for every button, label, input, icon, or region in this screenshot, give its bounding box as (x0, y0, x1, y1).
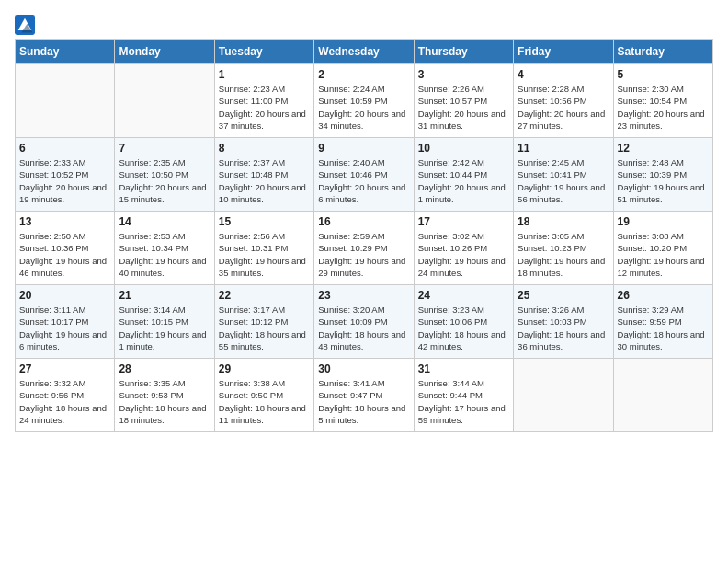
calendar-cell (16, 64, 115, 138)
day-number: 20 (19, 289, 110, 302)
calendar-cell (115, 64, 214, 138)
calendar-header-thursday: Thursday (414, 40, 513, 64)
day-number: 13 (19, 215, 110, 228)
calendar-week-row: 20Sunrise: 3:11 AM Sunset: 10:17 PM Dayl… (16, 285, 713, 359)
calendar-cell: 24Sunrise: 3:23 AM Sunset: 10:06 PM Dayl… (414, 285, 513, 359)
calendar-cell: 11Sunrise: 2:45 AM Sunset: 10:41 PM Dayl… (514, 138, 613, 212)
day-number: 1 (219, 68, 310, 81)
day-info: Sunrise: 3:44 AM Sunset: 9:44 PM Dayligh… (418, 377, 509, 426)
calendar-cell: 10Sunrise: 2:42 AM Sunset: 10:44 PM Dayl… (414, 138, 513, 212)
calendar-cell: 23Sunrise: 3:20 AM Sunset: 10:09 PM Dayl… (314, 285, 414, 359)
calendar-body: 1Sunrise: 2:23 AM Sunset: 11:00 PM Dayli… (16, 64, 713, 432)
day-info: Sunrise: 3:35 AM Sunset: 9:53 PM Dayligh… (119, 377, 210, 426)
header (15, 15, 713, 35)
day-number: 21 (119, 289, 210, 302)
day-info: Sunrise: 2:23 AM Sunset: 11:00 PM Daylig… (219, 83, 310, 132)
day-number: 3 (418, 68, 509, 81)
day-number: 8 (219, 142, 310, 155)
day-info: Sunrise: 3:26 AM Sunset: 10:03 PM Daylig… (518, 304, 609, 352)
calendar-week-row: 13Sunrise: 2:50 AM Sunset: 10:36 PM Dayl… (16, 212, 713, 285)
day-info: Sunrise: 2:48 AM Sunset: 10:39 PM Daylig… (618, 156, 709, 205)
calendar-cell: 7Sunrise: 2:35 AM Sunset: 10:50 PM Dayli… (115, 138, 214, 212)
day-number: 11 (518, 142, 609, 155)
calendar-cell: 1Sunrise: 2:23 AM Sunset: 11:00 PM Dayli… (214, 64, 313, 138)
calendar-week-row: 27Sunrise: 3:32 AM Sunset: 9:56 PM Dayli… (16, 359, 713, 432)
day-number: 12 (618, 142, 709, 155)
calendar-week-row: 6Sunrise: 2:33 AM Sunset: 10:52 PM Dayli… (16, 138, 713, 212)
calendar-cell: 20Sunrise: 3:11 AM Sunset: 10:17 PM Dayl… (16, 285, 115, 359)
day-info: Sunrise: 2:42 AM Sunset: 10:44 PM Daylig… (418, 156, 509, 205)
calendar-cell: 9Sunrise: 2:40 AM Sunset: 10:46 PM Dayli… (314, 138, 414, 212)
day-number: 10 (418, 142, 509, 155)
day-number: 14 (119, 215, 210, 228)
day-info: Sunrise: 2:45 AM Sunset: 10:41 PM Daylig… (518, 156, 609, 205)
day-number: 25 (518, 289, 609, 302)
calendar-cell: 28Sunrise: 3:35 AM Sunset: 9:53 PM Dayli… (115, 359, 214, 432)
calendar-table: SundayMondayTuesdayWednesdayThursdayFrid… (15, 39, 713, 432)
day-info: Sunrise: 2:53 AM Sunset: 10:34 PM Daylig… (119, 230, 210, 279)
day-info: Sunrise: 3:23 AM Sunset: 10:06 PM Daylig… (418, 304, 509, 352)
day-info: Sunrise: 3:11 AM Sunset: 10:17 PM Daylig… (19, 304, 110, 352)
day-info: Sunrise: 2:24 AM Sunset: 10:59 PM Daylig… (318, 83, 409, 132)
calendar-cell: 17Sunrise: 3:02 AM Sunset: 10:26 PM Dayl… (414, 212, 513, 285)
day-info: Sunrise: 2:56 AM Sunset: 10:31 PM Daylig… (219, 230, 310, 279)
day-info: Sunrise: 3:32 AM Sunset: 9:56 PM Dayligh… (19, 377, 110, 426)
day-info: Sunrise: 3:08 AM Sunset: 10:20 PM Daylig… (618, 230, 709, 279)
calendar-week-row: 1Sunrise: 2:23 AM Sunset: 11:00 PM Dayli… (16, 64, 713, 138)
calendar-cell (514, 359, 613, 432)
calendar-cell: 18Sunrise: 3:05 AM Sunset: 10:23 PM Dayl… (514, 212, 613, 285)
day-info: Sunrise: 3:02 AM Sunset: 10:26 PM Daylig… (418, 230, 509, 279)
calendar-cell: 21Sunrise: 3:14 AM Sunset: 10:15 PM Dayl… (115, 285, 214, 359)
day-info: Sunrise: 3:38 AM Sunset: 9:50 PM Dayligh… (219, 377, 310, 426)
day-info: Sunrise: 2:40 AM Sunset: 10:46 PM Daylig… (318, 156, 409, 205)
day-number: 7 (119, 142, 210, 155)
calendar-cell: 14Sunrise: 2:53 AM Sunset: 10:34 PM Dayl… (115, 212, 214, 285)
day-info: Sunrise: 3:14 AM Sunset: 10:15 PM Daylig… (119, 304, 210, 352)
day-number: 18 (518, 215, 609, 228)
calendar-cell: 2Sunrise: 2:24 AM Sunset: 10:59 PM Dayli… (314, 64, 414, 138)
day-number: 22 (219, 289, 310, 302)
day-number: 24 (418, 289, 509, 302)
calendar-header-friday: Friday (514, 40, 613, 64)
calendar-cell: 4Sunrise: 2:28 AM Sunset: 10:56 PM Dayli… (514, 64, 613, 138)
calendar-cell: 31Sunrise: 3:44 AM Sunset: 9:44 PM Dayli… (414, 359, 513, 432)
day-number: 27 (19, 362, 110, 375)
calendar-cell (613, 359, 712, 432)
calendar-header-tuesday: Tuesday (214, 40, 313, 64)
day-info: Sunrise: 2:26 AM Sunset: 10:57 PM Daylig… (418, 83, 509, 132)
day-number: 30 (318, 362, 409, 375)
calendar-header-wednesday: Wednesday (314, 40, 414, 64)
calendar-cell: 6Sunrise: 2:33 AM Sunset: 10:52 PM Dayli… (16, 138, 115, 212)
day-info: Sunrise: 2:33 AM Sunset: 10:52 PM Daylig… (19, 156, 110, 205)
day-number: 16 (318, 215, 409, 228)
day-info: Sunrise: 3:05 AM Sunset: 10:23 PM Daylig… (518, 230, 609, 279)
calendar-cell: 3Sunrise: 2:26 AM Sunset: 10:57 PM Dayli… (414, 64, 513, 138)
calendar-cell: 25Sunrise: 3:26 AM Sunset: 10:03 PM Dayl… (514, 285, 613, 359)
day-number: 19 (618, 215, 709, 228)
logo (15, 15, 39, 35)
calendar-header-monday: Monday (115, 40, 214, 64)
day-info: Sunrise: 3:20 AM Sunset: 10:09 PM Daylig… (318, 304, 409, 352)
calendar-cell: 12Sunrise: 2:48 AM Sunset: 10:39 PM Dayl… (613, 138, 712, 212)
day-info: Sunrise: 3:17 AM Sunset: 10:12 PM Daylig… (219, 304, 310, 352)
day-number: 28 (119, 362, 210, 375)
day-info: Sunrise: 2:30 AM Sunset: 10:54 PM Daylig… (618, 83, 709, 132)
calendar-header-row: SundayMondayTuesdayWednesdayThursdayFrid… (16, 40, 713, 64)
day-info: Sunrise: 2:28 AM Sunset: 10:56 PM Daylig… (518, 83, 609, 132)
day-number: 23 (318, 289, 409, 302)
calendar-cell: 15Sunrise: 2:56 AM Sunset: 10:31 PM Dayl… (214, 212, 313, 285)
calendar-cell: 19Sunrise: 3:08 AM Sunset: 10:20 PM Dayl… (613, 212, 712, 285)
calendar-cell: 13Sunrise: 2:50 AM Sunset: 10:36 PM Dayl… (16, 212, 115, 285)
day-number: 5 (618, 68, 709, 81)
calendar-cell: 26Sunrise: 3:29 AM Sunset: 9:59 PM Dayli… (613, 285, 712, 359)
day-number: 26 (618, 289, 709, 302)
day-info: Sunrise: 2:50 AM Sunset: 10:36 PM Daylig… (19, 230, 110, 279)
day-info: Sunrise: 2:37 AM Sunset: 10:48 PM Daylig… (219, 156, 310, 205)
day-info: Sunrise: 3:41 AM Sunset: 9:47 PM Dayligh… (318, 377, 409, 426)
day-number: 31 (418, 362, 509, 375)
day-number: 4 (518, 68, 609, 81)
generalblue-logo-icon (15, 15, 35, 35)
calendar-cell: 30Sunrise: 3:41 AM Sunset: 9:47 PM Dayli… (314, 359, 414, 432)
day-info: Sunrise: 2:59 AM Sunset: 10:29 PM Daylig… (318, 230, 409, 279)
day-info: Sunrise: 3:29 AM Sunset: 9:59 PM Dayligh… (618, 304, 709, 352)
